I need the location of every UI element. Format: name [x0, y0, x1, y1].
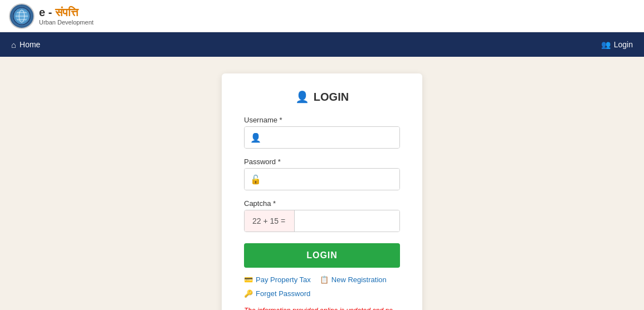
pay-icon: 💳 [244, 275, 253, 284]
captcha-input[interactable] [295, 210, 400, 232]
lock-icon: 🔓 [245, 169, 267, 190]
forget-password-link[interactable]: 🔑 Forget Password [244, 289, 400, 298]
logo-bar: e - संपत्ति Urban Development [0, 0, 644, 32]
captcha-label: Captcha * [244, 199, 400, 208]
captcha-input-wrapper: 22 + 15 = [244, 210, 400, 232]
brand-hindi: संपत्ति [55, 6, 78, 18]
pay-property-tax-label: Pay Property Tax [256, 275, 311, 284]
forget-password-row: 🔑 Forget Password [244, 289, 400, 298]
home-icon: ⌂ [11, 40, 16, 50]
new-registration-link[interactable]: 📋 New Registration [320, 275, 387, 284]
username-label: Username * [244, 116, 400, 124]
nav-login[interactable]: 👥 Login [601, 40, 633, 49]
login-nav-icon: 👥 [601, 40, 611, 49]
login-card: 👤 LOGIN Username * 👤 Password * 🔓 [222, 73, 422, 310]
captcha-expression: 22 + 15 = [245, 210, 295, 232]
navbar: ⌂ Home 👥 Login [0, 32, 644, 57]
user-icon: 👤 [295, 90, 309, 104]
nav-home-label: Home [19, 40, 40, 49]
password-group: Password * 🔓 [244, 158, 400, 190]
nav-home[interactable]: ⌂ Home [11, 40, 40, 50]
info-text: The information provided online is updat… [244, 306, 400, 310]
username-group: Username * 👤 [244, 116, 400, 149]
pay-property-tax-link[interactable]: 💳 Pay Property Tax [244, 275, 311, 284]
new-registration-label: New Registration [331, 275, 387, 284]
main-content: 👤 LOGIN Username * 👤 Password * 🔓 [0, 57, 644, 310]
logo-text: e - संपत्ति Urban Development [39, 6, 94, 26]
nav-login-label: Login [614, 40, 633, 49]
logo-image [9, 3, 35, 29]
registration-icon: 📋 [320, 275, 329, 284]
username-icon: 👤 [245, 127, 267, 148]
username-input[interactable] [267, 127, 399, 148]
username-input-wrapper: 👤 [244, 126, 400, 149]
brand-name: e - संपत्ति [39, 6, 94, 19]
login-heading: LOGIN [314, 91, 349, 104]
password-input-wrapper: 🔓 [244, 168, 400, 190]
password-label: Password * [244, 158, 400, 166]
login-button[interactable]: LOGIN [244, 243, 400, 268]
login-title: 👤 LOGIN [244, 90, 400, 104]
key-icon: 🔑 [244, 289, 253, 298]
password-input[interactable] [267, 169, 399, 190]
forget-password-label: Forget Password [256, 289, 310, 298]
links-row: 💳 Pay Property Tax 📋 New Registration [244, 275, 400, 284]
brand-subtitle: Urban Development [39, 19, 94, 26]
captcha-group: Captcha * 22 + 15 = [244, 199, 400, 232]
